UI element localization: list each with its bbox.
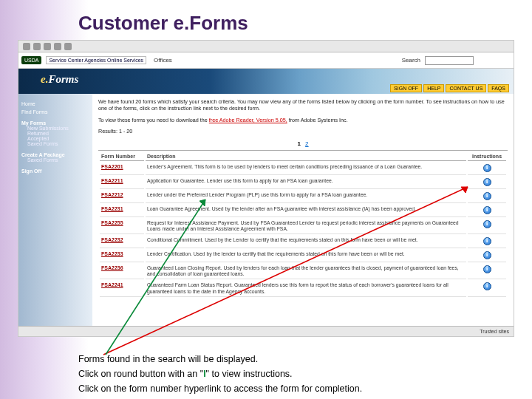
annotation-2: Click on round button with an "I" to vie… [78, 366, 362, 381]
table-row: FSA2231Loan Guarantee Agreement. Used by… [100, 205, 506, 217]
nav-new[interactable]: New Submissions [27, 126, 89, 131]
info-icon[interactable] [483, 251, 491, 259]
forward-icon[interactable] [33, 43, 41, 50]
info-icon[interactable] [483, 265, 491, 273]
annotation-3: Click on the form number hyperlink to ac… [78, 381, 362, 396]
annotations: Forms found in the search will be displa… [78, 352, 362, 396]
trusted-sites: Trusted sites [480, 329, 509, 334]
table-row: FSA2236Guaranteed Loan Closing Report. U… [100, 264, 506, 279]
form-desc: Lender Certification. Used by the lender… [146, 250, 466, 262]
table-row: FSA2212Lender under the Preferred Lender… [100, 191, 506, 203]
form-link[interactable]: FSA2255 [101, 220, 123, 225]
nav-saved-pkg[interactable]: Saved Forms [27, 157, 89, 163]
form-desc: Loan Guarantee Agreement. Used by the le… [146, 205, 466, 217]
form-link[interactable]: FSA2211 [101, 178, 123, 183]
info-icon[interactable] [483, 178, 491, 186]
browser-toolbar [18, 41, 514, 52]
sca-label: Service Center Agencies Online Services [46, 56, 146, 64]
page-2[interactable]: 2 [305, 140, 308, 147]
form-link[interactable]: FSA2201 [101, 164, 123, 169]
form-desc: Request for Interest Assistance Payment.… [146, 219, 466, 234]
info-icon[interactable] [483, 164, 491, 172]
page-1: 1 [297, 140, 300, 147]
nav-myforms: My Forms [21, 120, 89, 126]
info-icon[interactable] [483, 282, 491, 290]
table-row: FSA2211Application for Guarantee. Lender… [100, 177, 506, 189]
form-link[interactable]: FSA2236 [101, 265, 123, 270]
form-link[interactable]: FSA2232 [101, 237, 123, 242]
help-button[interactable]: HELP [423, 84, 444, 92]
refresh-icon[interactable] [54, 43, 61, 50]
slide-title: Customer e.Forms [78, 12, 248, 35]
nav-signoff[interactable]: Sign Off [21, 168, 89, 174]
contact-button[interactable]: CONTACT US [446, 84, 486, 92]
col-form: Form Number [100, 152, 144, 161]
info-icon[interactable] [483, 220, 491, 228]
usda-logo: USDA [21, 56, 41, 64]
info-icon[interactable] [483, 206, 491, 214]
app-screenshot: USDA Service Center Agencies Online Serv… [18, 40, 514, 337]
form-desc: Application for Guarantee. Lender use th… [146, 177, 466, 189]
home-icon[interactable] [64, 43, 72, 50]
search-input[interactable] [425, 56, 474, 65]
form-link[interactable]: FSA2233 [101, 251, 123, 256]
form-desc: Guaranteed Farm Loan Status Report. Guar… [146, 281, 466, 296]
intro-text: We have found 20 forms which satisfy you… [98, 98, 508, 112]
form-desc: Guaranteed Loan Closing Report. Used by … [146, 264, 466, 279]
nav-find[interactable]: Find Forms [21, 109, 89, 115]
form-desc: Lender's Agreement. This form is to be u… [146, 163, 466, 175]
form-link[interactable]: FSA2241 [101, 282, 123, 287]
table-row: FSA2201Lender's Agreement. This form is … [100, 163, 506, 175]
faqs-button[interactable]: FAQS [488, 84, 509, 92]
eforms-logo: e.Forms [41, 73, 78, 86]
banner: e.Forms SIGN OFF HELP CONTACT US FAQS [18, 69, 514, 94]
reader-link[interactable]: free Adobe Reader, Version 5.05, [209, 117, 287, 123]
form-link[interactable]: FSA2231 [101, 206, 123, 211]
signoff-button[interactable]: SIGN OFF [390, 84, 422, 92]
status-bar: Trusted sites [18, 326, 514, 336]
info-icon[interactable] [483, 237, 491, 245]
nav-saved[interactable]: Saved Forms [27, 141, 89, 146]
main-panel: We have found 20 forms which satisfy you… [92, 94, 514, 336]
form-link[interactable]: FSA2212 [101, 192, 123, 197]
table-row: FSA2241Guaranteed Farm Loan Status Repor… [100, 281, 506, 296]
col-instr: Instructions [468, 152, 506, 161]
table-row: FSA2232Conditional Commitment. Used by t… [100, 236, 506, 248]
nav-home[interactable]: Home [21, 101, 89, 106]
info-icon[interactable] [483, 192, 491, 200]
form-desc: Conditional Commitment. Used by the Lend… [146, 236, 466, 248]
offices-tab[interactable]: Offices [154, 57, 172, 64]
col-desc: Description [146, 152, 466, 161]
sidebar: Home Find Forms My Forms New Submissions… [18, 94, 92, 336]
search-label: Search [402, 57, 420, 64]
stop-icon[interactable] [44, 43, 51, 50]
forms-table: Form Number Description Instructions FSA… [98, 150, 508, 299]
results-count: Results: 1 - 20 [98, 128, 508, 134]
reader-note: To view these forms you need to download… [98, 117, 508, 123]
form-desc: Lender under the Preferred Lender Progra… [146, 191, 466, 203]
table-row: FSA2233Lender Certification. Used by the… [100, 250, 506, 262]
table-row: FSA2255Request for Interest Assistance P… [100, 219, 506, 234]
annotation-1: Forms found in the search will be displa… [78, 352, 362, 366]
nav-accepted[interactable]: Accepted [27, 136, 89, 141]
nav-create-pkg[interactable]: Create A Package [21, 152, 89, 157]
back-icon[interactable] [23, 43, 30, 50]
nav-returned[interactable]: Returned [27, 131, 89, 136]
pager: 1 2 [98, 140, 508, 147]
